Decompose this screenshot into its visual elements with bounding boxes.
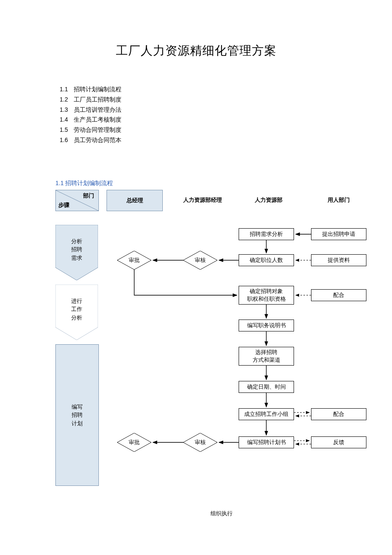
toc-label: 员工培训管理办法 [74, 105, 121, 115]
box-feedback: 反馈 [311, 436, 366, 448]
toc-item: 1.6 员工劳动合同范本 [60, 135, 358, 145]
page-title: 工厂人力资源精细化管理方案 [34, 43, 358, 59]
box-write-plan: 编写招聘计划书 [239, 436, 294, 448]
toc-num: 1.4 [60, 115, 68, 125]
toc-item: 1.5 劳动合同管理制度 [60, 125, 358, 135]
toc-item: 1.4 生产员工考核制度 [60, 115, 358, 125]
header-gm: 总经理 [107, 190, 163, 211]
box-provide-info: 提供资料 [311, 254, 366, 266]
box-form-team: 成立招聘工作小组 [239, 408, 294, 420]
box-position-count: 确定职位人数 [239, 254, 294, 266]
diamond-review-1-label: 审核 [183, 251, 217, 270]
diamond-review-2: 审核 [183, 433, 217, 452]
box-cooperate-2: 配合 [311, 408, 366, 420]
header-step-label: 步骤 [58, 201, 69, 209]
diamond-approve-1: 审批 [117, 251, 151, 270]
box-job-spec: 编写职务说明书 [239, 320, 294, 331]
header-hr-dept: 人力资源部 [239, 190, 298, 210]
table-of-contents: 1.1 招聘计划编制流程 1.2 工厂员工招聘制度 1.3 员工培训管理办法 1… [60, 84, 358, 145]
footer-text: 组织执行 [85, 510, 358, 517]
step-analyze-label: 分析 招聘 需求 [55, 225, 98, 280]
box-analyze-demand: 招聘需求分析 [239, 228, 294, 240]
toc-num: 1.2 [60, 95, 68, 105]
box-cooperate-1: 配合 [311, 289, 366, 301]
step-work-analysis-label: 进行 工作 分析 [55, 285, 98, 340]
toc-label: 劳动合同管理制度 [74, 125, 121, 135]
step-work-analysis: 进行 工作 分析 [55, 285, 98, 340]
diamond-approve-2: 审批 [117, 433, 151, 452]
box-date-time: 确定日期、时间 [239, 381, 294, 393]
diamond-review-1: 审核 [183, 251, 217, 270]
header-hr-manager: 人力资源部经理 [173, 190, 232, 210]
toc-num: 1.5 [60, 125, 68, 135]
toc-item: 1.1 招聘计划编制流程 [60, 84, 358, 95]
toc-item: 1.2 工厂员工招聘制度 [60, 95, 358, 105]
box-submit-application: 提出招聘申请 [311, 228, 366, 240]
diamond-review-2-label: 审核 [183, 433, 217, 452]
flowchart: 部门 步骤 总经理 人力资源部经理 人力资源部 用人部门 分析 招聘 需求 进行… [55, 190, 379, 497]
toc-num: 1.1 [60, 84, 68, 95]
box-method-channel: 选择招聘 方式和渠道 [239, 347, 294, 366]
step-write-plan: 编写 招聘 计划 [55, 344, 99, 486]
toc-label: 生产员工考核制度 [74, 115, 121, 125]
section-heading: 1.1 招聘计划编制流程 [55, 180, 358, 187]
toc-num: 1.3 [60, 105, 68, 115]
box-target-qualification: 确定招聘对象 职权和任职资格 [239, 286, 294, 305]
toc-num: 1.6 [60, 135, 68, 145]
step-write-plan-label: 编写 招聘 计划 [72, 403, 83, 428]
toc-label: 招聘计划编制流程 [74, 84, 121, 95]
diamond-approve-1-label: 审批 [117, 251, 151, 270]
diamond-approve-2-label: 审批 [117, 433, 151, 452]
toc-label: 员工劳动合同范本 [74, 135, 121, 145]
header-dept-label: 部门 [83, 192, 94, 200]
toc-label: 工厂员工招聘制度 [74, 95, 121, 105]
header-user-dept: 用人部门 [309, 190, 369, 210]
header-steps-dept: 部门 步骤 [55, 190, 99, 211]
step-analyze: 分析 招聘 需求 [55, 225, 98, 280]
toc-item: 1.3 员工培训管理办法 [60, 105, 358, 115]
